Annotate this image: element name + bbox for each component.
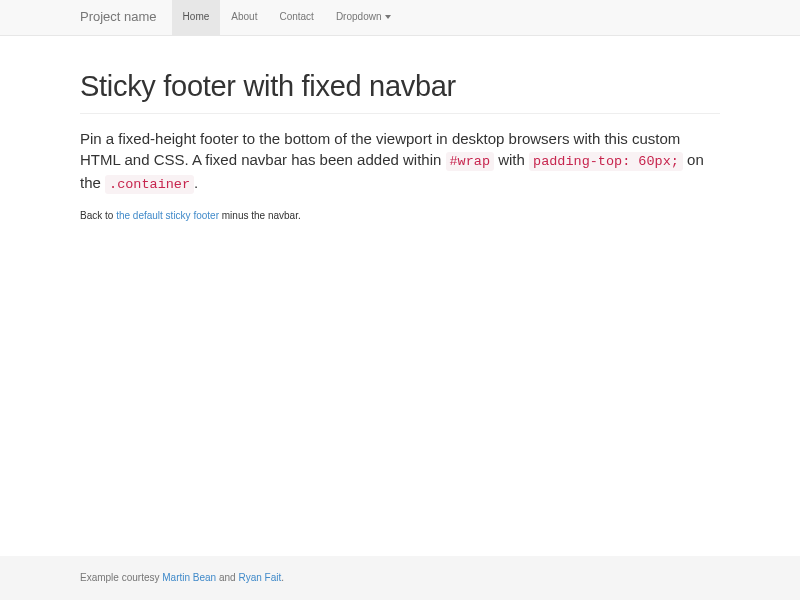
nav-label: About [231, 10, 257, 24]
footer-text: Example courtesy Martin Bean and Ryan Fa… [80, 571, 720, 585]
footer-suffix: . [281, 572, 284, 583]
nav-item-dropdown[interactable]: Dropdown [325, 0, 403, 35]
main-content: Sticky footer with fixed navbar Pin a fi… [0, 36, 800, 556]
nav-item-home[interactable]: Home [172, 0, 221, 35]
footer: Example courtesy Martin Bean and Ryan Fa… [0, 556, 800, 600]
footer-link-1[interactable]: Martin Bean [162, 572, 216, 583]
page-title: Sticky footer with fixed navbar [80, 66, 720, 107]
code-wrap: #wrap [446, 152, 495, 171]
navbar: Project name Home About Contact Dropdown [0, 0, 800, 36]
footer-mid: and [216, 572, 238, 583]
footer-link-2[interactable]: Ryan Fait [238, 572, 281, 583]
code-padding: padding-top: 60px; [529, 152, 683, 171]
lead-text: with [494, 151, 529, 168]
back-suffix: minus the navbar. [219, 210, 301, 221]
nav-label: Home [183, 10, 210, 24]
navbar-brand[interactable]: Project name [80, 0, 172, 35]
back-link[interactable]: the default sticky footer [116, 210, 219, 221]
nav-item-about[interactable]: About [220, 0, 268, 35]
footer-prefix: Example courtesy [80, 572, 162, 583]
chevron-down-icon [385, 15, 391, 19]
back-line: Back to the default sticky footer minus … [80, 209, 720, 223]
page-header: Sticky footer with fixed navbar [80, 36, 720, 114]
nav-label: Contact [279, 10, 313, 24]
nav-list: Home About Contact Dropdown [172, 0, 403, 35]
nav-label: Dropdown [336, 10, 382, 24]
lead-text: . [194, 174, 198, 191]
back-prefix: Back to [80, 210, 116, 221]
code-container: .container [105, 175, 194, 194]
nav-item-contact[interactable]: Contact [268, 0, 324, 35]
lead-paragraph: Pin a fixed-height footer to the bottom … [80, 128, 720, 195]
